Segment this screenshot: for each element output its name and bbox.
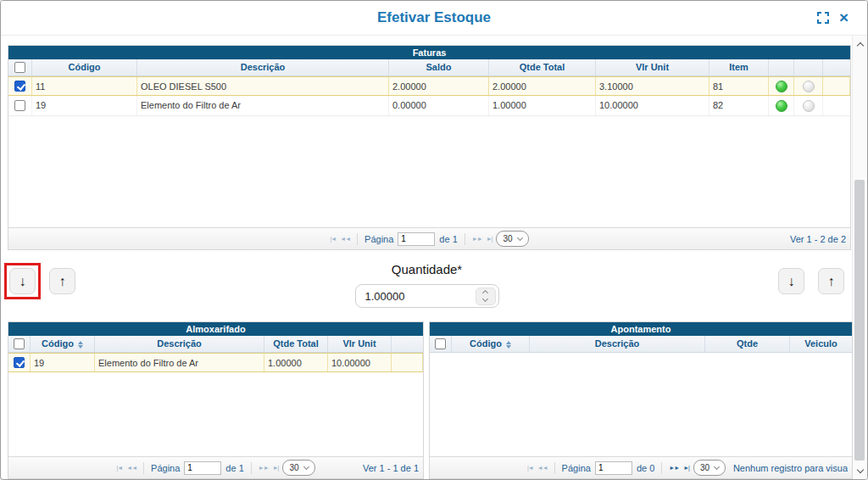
- cell-vlr-unit: 10.00000: [328, 354, 392, 371]
- scrollbar-thumb[interactable]: [854, 180, 865, 460]
- page-title: Efetivar Estoque: [1, 9, 867, 26]
- dialog-titlebar: Efetivar Estoque ×: [1, 1, 867, 36]
- pager-first-button[interactable]: |◄: [330, 236, 336, 242]
- faturas-row-1[interactable]: 11 OLEO DIESEL S500 2.00000 2.00000 3.10…: [8, 76, 850, 96]
- scroll-down-icon[interactable]: [853, 464, 867, 477]
- pager-next-button[interactable]: ►►: [472, 236, 482, 242]
- almoxarifado-pager: |◄ ◄◄ Página de 1 ►► ►| 30 Ver 1 - 1 de …: [8, 456, 423, 478]
- cell-qtde-total: 1.00000: [489, 96, 596, 115]
- stepper-down-icon: [482, 296, 488, 302]
- column-header-codigo-sortable[interactable]: Código: [452, 336, 530, 352]
- cell-descricao: OLEO DIESEL S500: [137, 77, 389, 95]
- column-header-status-2: [794, 59, 823, 75]
- almoxarifado-caption: Almoxarifado: [8, 322, 423, 336]
- cell-codigo: 19: [32, 96, 137, 115]
- row-checkbox[interactable]: [14, 100, 25, 111]
- column-header-item: Item: [709, 59, 769, 75]
- move-up-right-button[interactable]: ↑: [818, 268, 844, 294]
- efetivar-estoque-dialog: Efetivar Estoque × Faturas Código Descri…: [0, 0, 868, 480]
- column-header-veiculo: Veiculo: [790, 336, 852, 352]
- pager-page-input[interactable]: [595, 461, 632, 475]
- cell-saldo: 2.00000: [389, 77, 489, 95]
- cell-item: 81: [709, 77, 769, 95]
- status-green-icon[interactable]: [776, 100, 787, 112]
- column-header-codigo: Código: [32, 59, 137, 75]
- faturas-select-all-checkbox[interactable]: [14, 62, 25, 73]
- apont-select-all-checkbox[interactable]: [435, 338, 446, 349]
- pager-last-button[interactable]: ►|: [683, 465, 689, 471]
- status-gray-icon[interactable]: [803, 81, 815, 92]
- apontamento-pager: |◄ ◄◄ Página de 0 ►► ►| 30 Nenhum regist…: [430, 456, 852, 478]
- column-header-status-1: [769, 59, 794, 75]
- page-size-select[interactable]: 30: [282, 460, 314, 476]
- pager-page-input[interactable]: [398, 232, 435, 246]
- pager-of-label: de 1: [225, 463, 243, 473]
- pager-page-label: Página: [151, 463, 180, 473]
- column-header-descricao: Descrição: [137, 59, 389, 75]
- scroll-up-icon[interactable]: [853, 37, 867, 51]
- column-header-vlr-unit: Vlr Unit: [328, 336, 392, 352]
- column-header-qtde: Qtde: [705, 336, 790, 352]
- column-header-qtde-total: Qtde Total: [264, 336, 328, 352]
- column-header-codigo-sortable[interactable]: Código: [31, 336, 95, 352]
- almoxarifado-row-1[interactable]: 19 Elemento do Filtro de Ar 1.00000 10.0…: [8, 353, 423, 372]
- column-header-descricao: Descrição: [95, 336, 264, 352]
- pager-prev-button[interactable]: ◄◄: [126, 465, 136, 471]
- faturas-caption: Faturas: [8, 46, 850, 59]
- pager-info: Nenhum registro para visua: [733, 457, 848, 478]
- page-size-select[interactable]: 30: [693, 460, 726, 476]
- pager-first-button[interactable]: |◄: [116, 465, 122, 471]
- status-green-icon[interactable]: [776, 81, 787, 92]
- pager-last-button[interactable]: ►|: [487, 236, 492, 242]
- faturas-row-2[interactable]: 19 Elemento do Filtro de Ar 0.00000 1.00…: [8, 96, 850, 116]
- quantidade-label: Quantidade*: [392, 262, 462, 276]
- almox-select-all-checkbox[interactable]: [14, 338, 25, 349]
- pager-next-button[interactable]: ►►: [669, 465, 679, 471]
- cell-vlr-unit: 10.00000: [596, 96, 709, 115]
- pager-next-button[interactable]: ►►: [259, 465, 269, 471]
- pager-info: Ver 1 - 2 de 2: [790, 228, 846, 249]
- row-checkbox[interactable]: [14, 81, 25, 92]
- cell-descricao: Elemento do Filtro de Ar: [137, 96, 389, 115]
- almoxarifado-header-row: Código Descrição Qtde Total Vlr Unit: [8, 336, 423, 353]
- move-down-right-button[interactable]: ↓: [778, 268, 804, 294]
- sort-icon: [78, 341, 83, 349]
- pager-prev-button[interactable]: ◄◄: [537, 465, 548, 471]
- cell-qtde-total: 1.00000: [264, 354, 328, 371]
- pager-first-button[interactable]: |◄: [527, 465, 533, 471]
- row-checkbox[interactable]: [14, 357, 25, 368]
- cell-codigo: 11: [32, 77, 137, 95]
- cell-qtde-total: 2.00000: [489, 77, 596, 95]
- arrow-down-icon: ↓: [788, 274, 795, 289]
- apontamento-grid: Apontamento Código Descrição Qtde Veicul…: [429, 321, 853, 479]
- status-gray-icon[interactable]: [803, 100, 815, 112]
- quantity-stepper[interactable]: [476, 287, 496, 305]
- almoxarifado-grid: Almoxarifado Código Descrição Qtde Total…: [8, 321, 424, 479]
- cell-saldo: 0.00000: [389, 96, 489, 115]
- vertical-scrollbar[interactable]: [852, 36, 867, 479]
- pager-of-label: de 1: [439, 234, 457, 244]
- cell-descricao: Elemento do Filtro de Ar: [95, 354, 264, 371]
- column-header-qtde-total: Qtde Total: [489, 59, 596, 75]
- pager-page-input[interactable]: [184, 461, 221, 475]
- transfer-section: ↓ ↑ Quantidade* ↓ ↑: [1, 248, 853, 321]
- pager-page-label: Página: [364, 234, 393, 244]
- chevron-down-icon: [516, 234, 522, 240]
- faturas-header-row: Código Descrição Saldo Qtde Total Vlr Un…: [8, 59, 850, 76]
- column-header-vlr-unit: Vlr Unit: [596, 59, 709, 75]
- page-size-select[interactable]: 30: [496, 231, 528, 247]
- expand-icon[interactable]: [817, 12, 829, 24]
- close-icon[interactable]: ×: [839, 11, 849, 25]
- chevron-down-icon: [714, 463, 720, 469]
- pager-prev-button[interactable]: ◄◄: [340, 236, 350, 242]
- cell-codigo: 19: [31, 354, 95, 371]
- pager-of-label: de 0: [637, 463, 654, 473]
- cell-vlr-unit: 3.10000: [596, 77, 709, 95]
- faturas-pager: |◄ ◄◄ Página de 1 ►► ►| 30 Ver 1 - 2 de …: [8, 227, 850, 249]
- chevron-down-icon: [303, 463, 309, 469]
- column-header-saldo: Saldo: [389, 59, 489, 75]
- pager-last-button[interactable]: ►|: [273, 465, 279, 471]
- sort-icon: [506, 341, 511, 349]
- faturas-grid: Faturas Código Descrição Saldo Qtde Tota…: [8, 45, 851, 250]
- column-header-descricao: Descrição: [530, 336, 705, 352]
